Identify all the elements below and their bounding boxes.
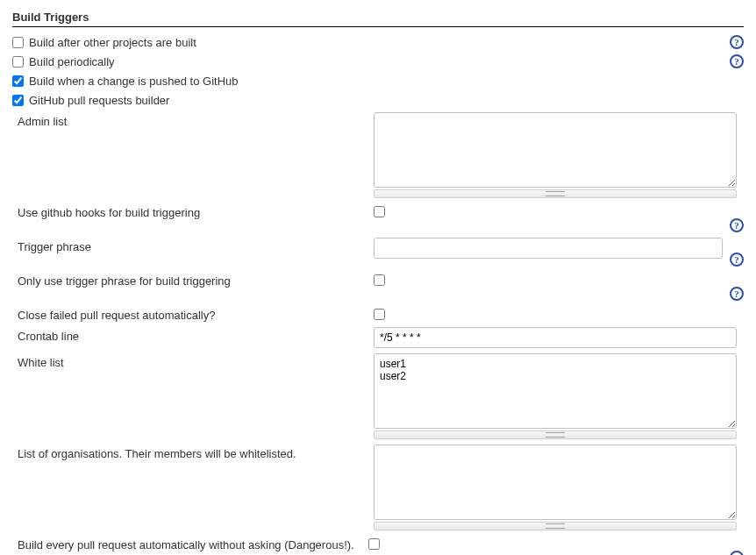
label-only-trigger-phrase: Only use trigger phrase for build trigge… (18, 272, 374, 288)
input-admin-list[interactable] (374, 112, 737, 188)
help-icon[interactable]: ? (730, 35, 744, 49)
label-close-failed: Close failed pull request automatically? (18, 306, 374, 322)
input-white-list[interactable] (374, 353, 737, 429)
scrollbar[interactable] (374, 522, 737, 530)
field-crontab: Crontab line (18, 324, 744, 351)
label-admin-list: Admin list (18, 112, 374, 128)
pr-builder-panel: Admin list Use github hooks for build tr… (18, 110, 744, 555)
trigger-build-periodically: Build periodically ? (12, 52, 744, 71)
input-trigger-phrase[interactable] (374, 238, 723, 259)
field-build-every-pr: Build every pull request automatically w… (18, 533, 744, 555)
field-only-trigger-phrase: Only use trigger phrase for build trigge… (18, 269, 744, 303)
label-build-every-pr: Build every pull request automatically w… (18, 536, 363, 551)
svg-text:?: ? (734, 254, 739, 265)
checkbox-only-trigger-phrase[interactable] (374, 274, 385, 286)
label-crontab: Crontab line (18, 327, 374, 343)
input-orgs-list[interactable] (374, 445, 737, 520)
svg-text:?: ? (734, 56, 739, 67)
checkbox-build-after-other[interactable] (12, 37, 24, 48)
help-icon[interactable]: ? (730, 551, 744, 555)
help-icon[interactable]: ? (730, 287, 744, 301)
label-use-hooks: Use github hooks for build triggering (18, 203, 374, 219)
trigger-github-pr-builder: GitHub pull requests builder (12, 90, 744, 110)
field-trigger-phrase: Trigger phrase ? (18, 235, 744, 269)
scrollbar[interactable] (374, 189, 737, 198)
checkbox-close-failed[interactable] (374, 309, 385, 320)
label-trigger-phrase: Trigger phrase (18, 238, 374, 253)
field-use-hooks: Use github hooks for build triggering ? (18, 201, 744, 235)
label-orgs-list: List of organisations. Their members wil… (18, 445, 374, 460)
checkbox-github-push[interactable] (12, 75, 24, 87)
trigger-build-after-other: Build after other projects are built ? (12, 32, 744, 52)
svg-text:?: ? (734, 220, 739, 231)
field-white-list: White list (18, 351, 744, 442)
help-icon[interactable]: ? (730, 54, 744, 68)
input-crontab[interactable] (374, 327, 737, 348)
help-icon[interactable]: ? (730, 218, 744, 232)
help-icon[interactable]: ? (730, 253, 744, 267)
label-build-periodically: Build periodically (29, 55, 115, 68)
checkbox-github-pr-builder[interactable] (12, 95, 24, 106)
checkbox-build-periodically[interactable] (12, 56, 24, 68)
field-orgs-list: List of organisations. Their members wil… (18, 442, 744, 533)
label-white-list: White list (18, 353, 374, 369)
checkbox-build-every-pr[interactable] (368, 538, 380, 550)
section-title: Build Triggers (12, 11, 744, 27)
trigger-github-push: Build when a change is pushed to GitHub (12, 71, 744, 90)
svg-text:?: ? (734, 288, 739, 299)
svg-text:?: ? (734, 37, 739, 47)
label-github-push: Build when a change is pushed to GitHub (29, 75, 239, 88)
label-github-pr-builder: GitHub pull requests builder (29, 94, 169, 107)
field-close-failed: Close failed pull request automatically? (18, 303, 744, 324)
checkbox-use-hooks[interactable] (374, 206, 385, 217)
field-admin-list: Admin list (18, 110, 744, 201)
label-build-after-other: Build after other projects are built (29, 36, 196, 49)
scrollbar[interactable] (374, 430, 737, 439)
